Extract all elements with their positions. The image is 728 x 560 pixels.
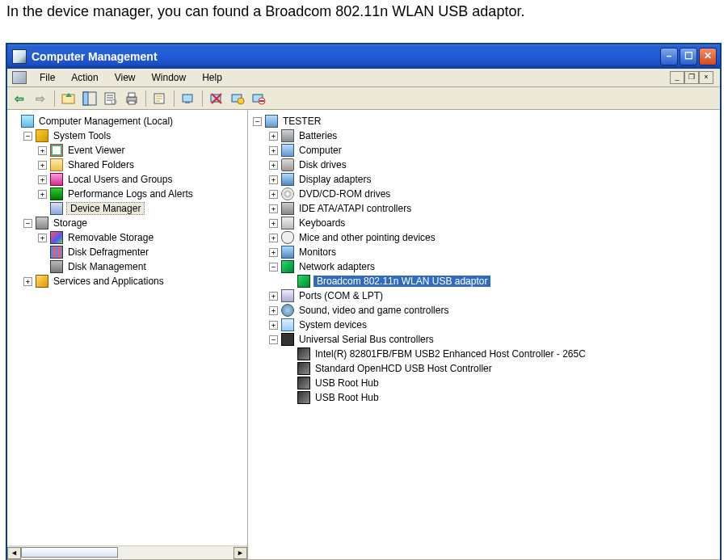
tree-item[interactable]: +Local Users and Groups [9, 172, 246, 187]
tree-item[interactable]: +Removable Storage [9, 230, 246, 245]
device-item[interactable]: +Mice and other pointing devices [250, 230, 718, 245]
mdi-close-button[interactable]: × [699, 71, 713, 84]
device-label: Intel(R) 82801FB/FBM USB2 Enhanced Host … [314, 348, 587, 360]
tree-label: Local Users and Groups [66, 174, 174, 185]
hscrollbar[interactable]: ◄ ► [7, 545, 247, 559]
menu-help[interactable]: Help [194, 70, 230, 85]
menubar: File Action View Window Help _ ❐ × [7, 69, 720, 87]
tree-item[interactable]: Device Manager [9, 201, 246, 216]
expand-icon[interactable]: + [269, 146, 278, 155]
mdi-restore-button[interactable]: ❐ [684, 71, 699, 84]
device-item[interactable]: +Computer [250, 143, 718, 158]
tree-item[interactable]: +Services and Applications [9, 274, 246, 288]
device-item[interactable]: Broadcom 802.11n WLAN USB adaptor [250, 274, 718, 288]
device-item[interactable]: −Universal Serial Bus controllers [250, 332, 718, 347]
console-tree[interactable]: Computer Management (Local)−System Tools… [7, 111, 247, 545]
back-button[interactable]: ⇦ [11, 90, 28, 107]
device-tree[interactable]: −TESTER+Batteries+Computer+Disk drives+D… [248, 111, 720, 408]
device-item[interactable]: +DVD/CD-ROM drives [250, 187, 718, 201]
expand-icon[interactable]: + [38, 190, 47, 199]
tree-label: Disk Management [66, 261, 148, 272]
tree-item[interactable]: −Storage [9, 216, 246, 230]
menu-action[interactable]: Action [63, 70, 106, 85]
collapse-icon[interactable]: − [269, 263, 278, 272]
uninstall-button[interactable] [208, 90, 225, 107]
expand-icon[interactable]: + [269, 321, 278, 330]
expand-icon[interactable]: + [269, 190, 278, 199]
refresh-button[interactable] [151, 90, 169, 107]
device-label: Standard OpenHCD USB Host Controller [314, 363, 494, 374]
scroll-thumb[interactable] [21, 547, 118, 558]
kb-icon [281, 217, 294, 229]
collapse-icon[interactable]: − [23, 132, 32, 141]
device-item[interactable]: −TESTER [250, 114, 718, 128]
tree-item[interactable]: Disk Management [9, 259, 246, 274]
device-item[interactable]: +Batteries [250, 128, 718, 143]
expand-icon[interactable]: + [269, 306, 278, 315]
scroll-right-button[interactable]: ► [234, 547, 247, 559]
tree-item[interactable]: +Event Viewer [9, 143, 246, 158]
net-icon [281, 260, 294, 273]
device-item[interactable]: USB Root Hub [250, 390, 718, 405]
expand-icon[interactable]: + [269, 204, 278, 213]
close-button[interactable]: ✕ [699, 48, 717, 65]
expand-icon[interactable]: + [269, 292, 278, 301]
dvd-icon [281, 187, 294, 200]
expand-icon[interactable]: + [38, 161, 47, 170]
expand-icon[interactable]: + [269, 175, 278, 184]
properties-button[interactable] [102, 90, 120, 107]
tree-spacer [285, 350, 294, 359]
tree-item[interactable]: +Performance Logs and Alerts [9, 187, 246, 201]
expand-icon[interactable]: + [38, 234, 47, 242]
device-item[interactable]: +Sound, video and game controllers [250, 303, 718, 318]
device-item[interactable]: +Disk drives [250, 158, 718, 172]
scroll-left-button[interactable]: ◄ [7, 547, 21, 559]
device-item[interactable]: +Display adapters [250, 172, 718, 187]
expand-icon[interactable]: + [269, 248, 278, 257]
expand-icon[interactable]: + [269, 234, 278, 242]
device-item[interactable]: +Keyboards [250, 216, 718, 230]
svg-point-13 [238, 98, 244, 104]
tree-item[interactable]: Computer Management (Local) [9, 114, 246, 128]
tree-item[interactable]: Disk Defragmenter [9, 245, 246, 259]
collapse-icon[interactable]: − [253, 117, 262, 126]
menu-window[interactable]: Window [144, 70, 195, 85]
mdi-minimize-button[interactable]: _ [670, 71, 684, 84]
up-button[interactable] [60, 90, 78, 107]
maximize-button[interactable]: ☐ [680, 48, 697, 65]
collapse-icon[interactable]: − [23, 219, 32, 228]
device-label: System devices [297, 319, 368, 331]
expand-icon[interactable]: + [23, 277, 32, 286]
device-item[interactable]: Intel(R) 82801FB/FBM USB2 Enhanced Host … [250, 347, 718, 361]
device-item[interactable]: Standard OpenHCD USB Host Controller [250, 361, 718, 376]
print-button[interactable] [123, 90, 141, 107]
scroll-track[interactable] [21, 547, 234, 559]
expand-icon[interactable]: + [38, 146, 47, 155]
tree-item[interactable]: −System Tools [9, 128, 246, 143]
minimize-button[interactable]: – [660, 48, 678, 65]
device-item[interactable]: −Network adapters [250, 259, 718, 274]
expand-icon[interactable]: + [269, 132, 278, 141]
titlebar[interactable]: Computer Management – ☐ ✕ [7, 44, 720, 69]
usbctl-icon [297, 377, 310, 389]
expand-icon[interactable]: + [38, 175, 47, 184]
show-hide-tree-button[interactable] [81, 90, 99, 107]
expand-icon[interactable]: + [269, 219, 278, 228]
tree-item[interactable]: +Shared Folders [9, 158, 246, 172]
update-driver-button[interactable] [229, 90, 246, 107]
expand-icon[interactable]: + [269, 161, 278, 170]
device-item[interactable]: +System devices [250, 318, 718, 332]
toolbar-separator [54, 91, 55, 107]
svg-rect-10 [185, 102, 190, 103]
disable-button[interactable] [250, 90, 267, 107]
scan-hardware-button[interactable] [179, 90, 197, 107]
battery-icon [281, 129, 294, 142]
device-item[interactable]: +Ports (COM & LPT) [250, 288, 718, 303]
device-label: Network adapters [297, 261, 377, 272]
collapse-icon[interactable]: − [269, 335, 278, 344]
menu-view[interactable]: View [107, 70, 144, 85]
menu-file[interactable]: File [32, 70, 63, 85]
device-item[interactable]: USB Root Hub [250, 376, 718, 390]
device-item[interactable]: +Monitors [250, 245, 718, 259]
device-item[interactable]: +IDE ATA/ATAPI controllers [250, 201, 718, 216]
